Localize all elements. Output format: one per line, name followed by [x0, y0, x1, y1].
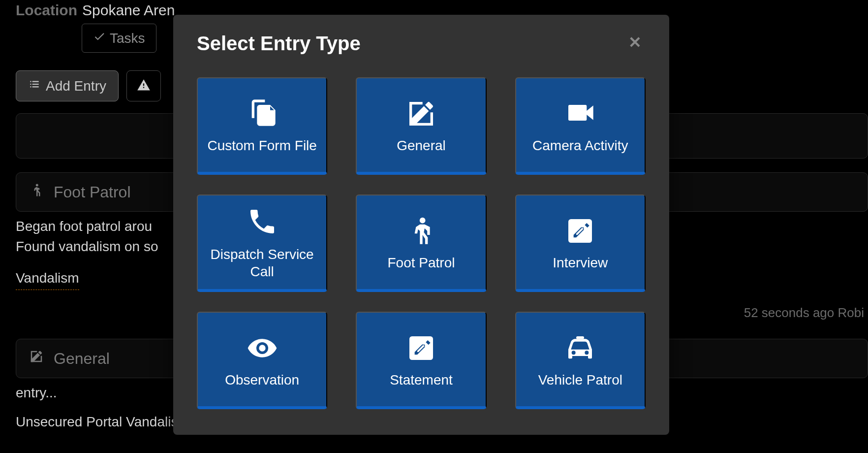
location-label: Location — [16, 2, 77, 19]
phone-icon — [247, 206, 278, 241]
tile-label: Vehicle Patrol — [538, 372, 622, 388]
svg-point-3 — [420, 217, 426, 223]
walking-icon — [29, 182, 44, 202]
pencil-box-icon — [564, 215, 596, 250]
tile-foot-patrol[interactable]: Foot Patrol — [356, 194, 486, 292]
close-icon[interactable]: ✕ — [624, 32, 646, 52]
check-icon — [93, 30, 106, 46]
tile-dispatch-service-call[interactable]: Dispatch Service Call — [197, 194, 327, 292]
modal-title: Select Entry Type — [197, 32, 361, 55]
tile-camera-activity[interactable]: Camera Activity — [515, 77, 646, 175]
entry-kind: General — [54, 350, 110, 368]
location-value: Spokane Aren — [82, 2, 175, 19]
warning-icon — [137, 78, 151, 94]
tile-label: Observation — [225, 372, 299, 388]
tile-vehicle-patrol[interactable]: Vehicle Patrol — [515, 312, 646, 409]
video-camera-icon — [564, 97, 596, 132]
entry-type-grid: Custom Form File General Camera Activity… — [197, 77, 646, 409]
entry-tag[interactable]: Vandalism — [16, 268, 79, 290]
pencil-box-icon — [405, 332, 437, 367]
tile-statement[interactable]: Statement — [356, 312, 486, 409]
tile-custom-form-file[interactable]: Custom Form File — [197, 77, 327, 175]
car-icon — [564, 332, 596, 367]
pencil-square-icon — [405, 98, 437, 133]
tasks-label: Tasks — [110, 31, 145, 46]
list-icon — [28, 78, 41, 94]
tasks-button[interactable]: Tasks — [82, 24, 156, 53]
add-entry-label: Add Entry — [46, 78, 106, 94]
tile-label: General — [397, 138, 446, 154]
tile-observation[interactable]: Observation — [197, 312, 327, 409]
tile-label: Interview — [553, 255, 608, 271]
entry-kind: Foot Patrol — [54, 183, 131, 201]
select-entry-type-modal: Select Entry Type ✕ Custom Form File Gen… — [173, 15, 669, 435]
tile-interview[interactable]: Interview — [515, 194, 646, 292]
tile-general[interactable]: General — [356, 77, 486, 175]
pencil-square-icon — [29, 348, 44, 369]
tile-label: Dispatch Service Call — [203, 246, 321, 280]
eye-icon — [247, 332, 278, 367]
alert-button[interactable] — [126, 70, 161, 101]
tile-label: Custom Form File — [207, 137, 316, 154]
tile-label: Statement — [390, 372, 453, 388]
tile-label: Foot Patrol — [388, 255, 455, 271]
tile-label: Camera Activity — [532, 137, 628, 154]
walking-icon — [405, 215, 437, 250]
copy-icon — [247, 97, 278, 132]
add-entry-button[interactable]: Add Entry — [16, 70, 119, 101]
